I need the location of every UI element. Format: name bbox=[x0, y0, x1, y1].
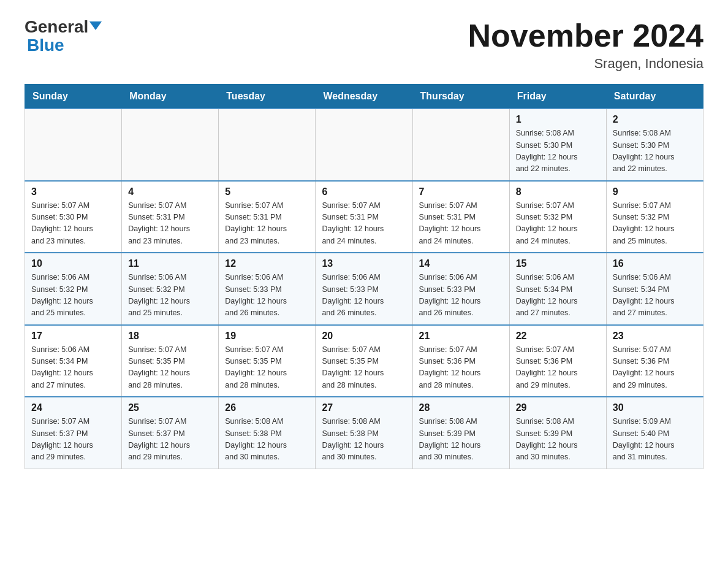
day-info: Sunrise: 5:07 AMSunset: 5:35 PMDaylight:… bbox=[322, 344, 406, 392]
day-info: Sunrise: 5:06 AMSunset: 5:33 PMDaylight:… bbox=[419, 272, 503, 320]
calendar-cell bbox=[122, 109, 219, 181]
day-info: Sunrise: 5:07 AMSunset: 5:35 PMDaylight:… bbox=[225, 344, 309, 392]
day-number: 29 bbox=[516, 402, 600, 413]
day-number: 4 bbox=[128, 186, 212, 197]
day-number: 7 bbox=[419, 186, 503, 197]
day-info: Sunrise: 5:06 AMSunset: 5:33 PMDaylight:… bbox=[322, 272, 406, 320]
day-info: Sunrise: 5:07 AMSunset: 5:35 PMDaylight:… bbox=[128, 344, 212, 392]
day-number: 8 bbox=[516, 186, 600, 197]
calendar-cell: 4Sunrise: 5:07 AMSunset: 5:31 PMDaylight… bbox=[122, 181, 219, 253]
calendar-cell: 7Sunrise: 5:07 AMSunset: 5:31 PMDaylight… bbox=[412, 181, 509, 253]
logo-top: General bbox=[25, 18, 102, 36]
day-number: 12 bbox=[225, 258, 309, 269]
day-info: Sunrise: 5:07 AMSunset: 5:30 PMDaylight:… bbox=[31, 200, 115, 248]
day-header-saturday: Saturday bbox=[606, 85, 703, 109]
day-number: 19 bbox=[225, 331, 309, 342]
logo: General Blue bbox=[25, 18, 102, 54]
calendar-cell: 30Sunrise: 5:09 AMSunset: 5:40 PMDayligh… bbox=[606, 397, 703, 469]
calendar-cell: 21Sunrise: 5:07 AMSunset: 5:36 PMDayligh… bbox=[412, 325, 509, 397]
calendar-cell bbox=[316, 109, 412, 181]
day-number: 21 bbox=[419, 331, 503, 342]
day-number: 25 bbox=[128, 402, 212, 413]
day-info: Sunrise: 5:07 AMSunset: 5:36 PMDaylight:… bbox=[419, 344, 503, 392]
calendar-cell: 3Sunrise: 5:07 AMSunset: 5:30 PMDaylight… bbox=[25, 181, 122, 253]
day-header-thursday: Thursday bbox=[412, 85, 509, 109]
calendar-cell: 19Sunrise: 5:07 AMSunset: 5:35 PMDayligh… bbox=[219, 325, 316, 397]
day-info: Sunrise: 5:07 AMSunset: 5:32 PMDaylight:… bbox=[613, 200, 697, 248]
calendar-cell: 26Sunrise: 5:08 AMSunset: 5:38 PMDayligh… bbox=[219, 397, 316, 469]
day-info: Sunrise: 5:07 AMSunset: 5:36 PMDaylight:… bbox=[613, 344, 697, 392]
calendar-cell: 1Sunrise: 5:08 AMSunset: 5:30 PMDaylight… bbox=[509, 109, 606, 181]
calendar-body: 1Sunrise: 5:08 AMSunset: 5:30 PMDaylight… bbox=[25, 109, 703, 469]
calendar-cell: 8Sunrise: 5:07 AMSunset: 5:32 PMDaylight… bbox=[509, 181, 606, 253]
title-area: November 2024 Sragen, Indonesia bbox=[468, 18, 703, 72]
day-number: 10 bbox=[31, 258, 115, 269]
logo-general-text: General bbox=[25, 17, 102, 36]
day-info: Sunrise: 5:08 AMSunset: 5:38 PMDaylight:… bbox=[322, 416, 406, 464]
logo-triangle-icon bbox=[89, 21, 102, 30]
day-info: Sunrise: 5:06 AMSunset: 5:32 PMDaylight:… bbox=[128, 272, 212, 320]
day-info: Sunrise: 5:08 AMSunset: 5:38 PMDaylight:… bbox=[225, 416, 309, 464]
day-info: Sunrise: 5:06 AMSunset: 5:34 PMDaylight:… bbox=[516, 272, 600, 320]
calendar-header-row: SundayMondayTuesdayWednesdayThursdayFrid… bbox=[25, 85, 703, 109]
day-number: 27 bbox=[322, 402, 406, 413]
calendar-cell: 29Sunrise: 5:08 AMSunset: 5:39 PMDayligh… bbox=[509, 397, 606, 469]
day-info: Sunrise: 5:08 AMSunset: 5:39 PMDaylight:… bbox=[516, 416, 600, 464]
day-number: 30 bbox=[613, 402, 697, 413]
day-info: Sunrise: 5:08 AMSunset: 5:39 PMDaylight:… bbox=[419, 416, 503, 464]
month-title: November 2024 bbox=[468, 18, 703, 53]
day-number: 17 bbox=[31, 331, 115, 342]
calendar-cell: 10Sunrise: 5:06 AMSunset: 5:32 PMDayligh… bbox=[25, 253, 122, 325]
day-number: 20 bbox=[322, 331, 406, 342]
calendar-cell: 14Sunrise: 5:06 AMSunset: 5:33 PMDayligh… bbox=[412, 253, 509, 325]
calendar-cell: 18Sunrise: 5:07 AMSunset: 5:35 PMDayligh… bbox=[122, 325, 219, 397]
calendar-cell: 15Sunrise: 5:06 AMSunset: 5:34 PMDayligh… bbox=[509, 253, 606, 325]
calendar-week-row: 24Sunrise: 5:07 AMSunset: 5:37 PMDayligh… bbox=[25, 397, 703, 469]
day-info: Sunrise: 5:06 AMSunset: 5:34 PMDaylight:… bbox=[613, 272, 697, 320]
day-number: 1 bbox=[516, 114, 600, 125]
calendar: SundayMondayTuesdayWednesdayThursdayFrid… bbox=[25, 84, 703, 469]
day-number: 6 bbox=[322, 186, 406, 197]
day-info: Sunrise: 5:06 AMSunset: 5:33 PMDaylight:… bbox=[225, 272, 309, 320]
day-info: Sunrise: 5:07 AMSunset: 5:31 PMDaylight:… bbox=[225, 200, 309, 248]
day-header-wednesday: Wednesday bbox=[316, 85, 412, 109]
calendar-cell: 9Sunrise: 5:07 AMSunset: 5:32 PMDaylight… bbox=[606, 181, 703, 253]
calendar-week-row: 1Sunrise: 5:08 AMSunset: 5:30 PMDaylight… bbox=[25, 109, 703, 181]
day-number: 22 bbox=[516, 331, 600, 342]
location: Sragen, Indonesia bbox=[468, 56, 703, 72]
day-number: 11 bbox=[128, 258, 212, 269]
day-number: 9 bbox=[613, 186, 697, 197]
calendar-cell: 6Sunrise: 5:07 AMSunset: 5:31 PMDaylight… bbox=[316, 181, 412, 253]
calendar-cell: 25Sunrise: 5:07 AMSunset: 5:37 PMDayligh… bbox=[122, 397, 219, 469]
day-info: Sunrise: 5:08 AMSunset: 5:30 PMDaylight:… bbox=[613, 128, 697, 175]
day-number: 3 bbox=[31, 186, 115, 197]
day-number: 15 bbox=[516, 258, 600, 269]
calendar-cell: 28Sunrise: 5:08 AMSunset: 5:39 PMDayligh… bbox=[412, 397, 509, 469]
day-info: Sunrise: 5:07 AMSunset: 5:37 PMDaylight:… bbox=[128, 416, 212, 464]
day-info: Sunrise: 5:07 AMSunset: 5:37 PMDaylight:… bbox=[31, 416, 115, 464]
header: General Blue November 2024 Sragen, Indon… bbox=[25, 18, 703, 72]
day-info: Sunrise: 5:07 AMSunset: 5:31 PMDaylight:… bbox=[419, 200, 503, 248]
calendar-cell: 23Sunrise: 5:07 AMSunset: 5:36 PMDayligh… bbox=[606, 325, 703, 397]
day-number: 16 bbox=[613, 258, 697, 269]
day-number: 23 bbox=[613, 331, 697, 342]
day-info: Sunrise: 5:07 AMSunset: 5:31 PMDaylight:… bbox=[322, 200, 406, 248]
day-info: Sunrise: 5:07 AMSunset: 5:31 PMDaylight:… bbox=[128, 200, 212, 248]
calendar-cell: 16Sunrise: 5:06 AMSunset: 5:34 PMDayligh… bbox=[606, 253, 703, 325]
calendar-cell: 17Sunrise: 5:06 AMSunset: 5:34 PMDayligh… bbox=[25, 325, 122, 397]
calendar-cell: 11Sunrise: 5:06 AMSunset: 5:32 PMDayligh… bbox=[122, 253, 219, 325]
day-number: 13 bbox=[322, 258, 406, 269]
calendar-cell bbox=[219, 109, 316, 181]
day-number: 18 bbox=[128, 331, 212, 342]
day-number: 14 bbox=[419, 258, 503, 269]
logo-blue-text: Blue bbox=[25, 37, 64, 54]
calendar-cell: 12Sunrise: 5:06 AMSunset: 5:33 PMDayligh… bbox=[219, 253, 316, 325]
day-info: Sunrise: 5:07 AMSunset: 5:36 PMDaylight:… bbox=[516, 344, 600, 392]
calendar-cell bbox=[25, 109, 122, 181]
calendar-week-row: 3Sunrise: 5:07 AMSunset: 5:30 PMDaylight… bbox=[25, 181, 703, 253]
day-info: Sunrise: 5:08 AMSunset: 5:30 PMDaylight:… bbox=[516, 128, 600, 175]
day-number: 2 bbox=[613, 114, 697, 125]
calendar-cell: 22Sunrise: 5:07 AMSunset: 5:36 PMDayligh… bbox=[509, 325, 606, 397]
calendar-cell: 20Sunrise: 5:07 AMSunset: 5:35 PMDayligh… bbox=[316, 325, 412, 397]
day-number: 24 bbox=[31, 402, 115, 413]
